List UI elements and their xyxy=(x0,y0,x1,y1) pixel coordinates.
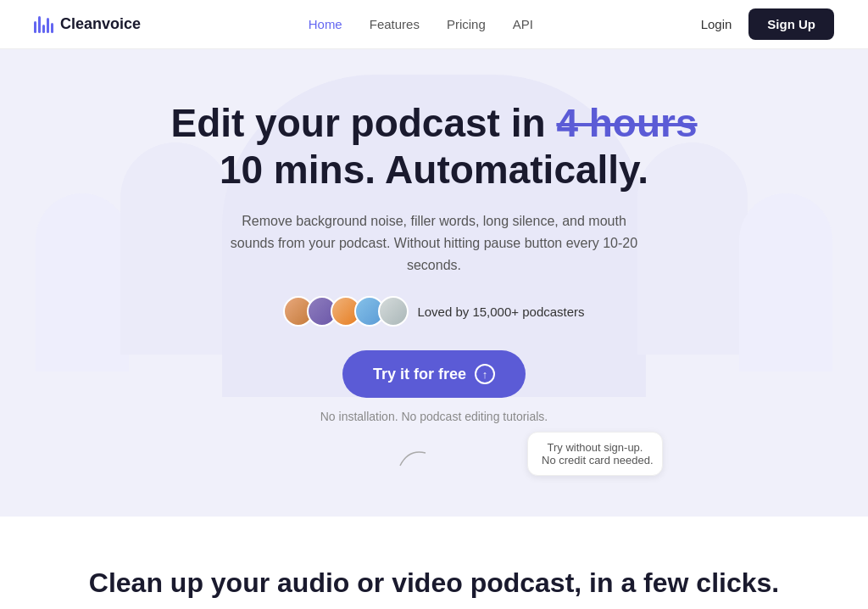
tooltip-line2: No credit card needed. xyxy=(542,454,654,467)
hero-section: Edit your podcast in 4 hours 10 mins. Au… xyxy=(0,49,868,517)
cta-label: Try it for free xyxy=(373,366,466,383)
features-section: Clean up your audio or video podcast, in… xyxy=(0,517,868,609)
social-proof-text: Loved by 15,000+ podcasters xyxy=(417,304,584,319)
hero-title-pre: Edit your podcast in xyxy=(170,101,556,145)
social-proof: Loved by 15,000+ podcasters xyxy=(17,296,851,327)
cta-button[interactable]: Try it for free ↑ xyxy=(342,350,526,398)
nav-api[interactable]: API xyxy=(513,17,533,31)
login-button[interactable]: Login xyxy=(701,17,732,31)
arrow-icon: ↑ xyxy=(475,364,495,384)
tooltip-line1: Try without sign-up. xyxy=(548,441,643,454)
navbar: Cleanvoice Home Features Pricing API Log… xyxy=(0,0,868,49)
avatars xyxy=(283,296,409,327)
logo-bar-3 xyxy=(42,25,45,33)
logo-bar-5 xyxy=(51,23,53,33)
logo-bar-4 xyxy=(47,18,49,33)
logo-icon xyxy=(34,16,53,33)
nav-links: Home Features Pricing API xyxy=(309,17,533,31)
nav-actions: Login Sign Up xyxy=(701,8,834,40)
avatar-5 xyxy=(378,296,409,327)
tooltip-curve-icon xyxy=(396,444,430,470)
cta-area: Try it for free ↑ No installation. No po… xyxy=(17,350,851,483)
tooltip-wrapper: Try without sign-up. No credit card need… xyxy=(307,440,561,483)
tooltip-bubble: Try without sign-up. No credit card need… xyxy=(527,432,663,476)
logo-bar-1 xyxy=(34,21,36,33)
nav-pricing[interactable]: Pricing xyxy=(447,17,486,31)
features-title: Clean up your audio or video podcast, in… xyxy=(17,567,851,599)
signup-button[interactable]: Sign Up xyxy=(748,8,834,40)
nav-home[interactable]: Home xyxy=(309,17,342,31)
logo-bar-2 xyxy=(38,16,41,33)
hero-content: Edit your podcast in 4 hours 10 mins. Au… xyxy=(17,100,851,483)
hero-title: Edit your podcast in 4 hours 10 mins. Au… xyxy=(17,100,851,193)
nav-features[interactable]: Features xyxy=(370,17,420,31)
logo-text: Cleanvoice xyxy=(60,15,141,33)
hero-title-line2: 10 mins. Automatically. xyxy=(220,148,648,192)
hero-title-strikethrough: 4 hours xyxy=(556,101,697,145)
hero-subtitle: Remove background noise, filler words, l… xyxy=(222,210,646,276)
cta-sub: No installation. No podcast editing tuto… xyxy=(320,410,548,423)
logo[interactable]: Cleanvoice xyxy=(34,15,141,33)
